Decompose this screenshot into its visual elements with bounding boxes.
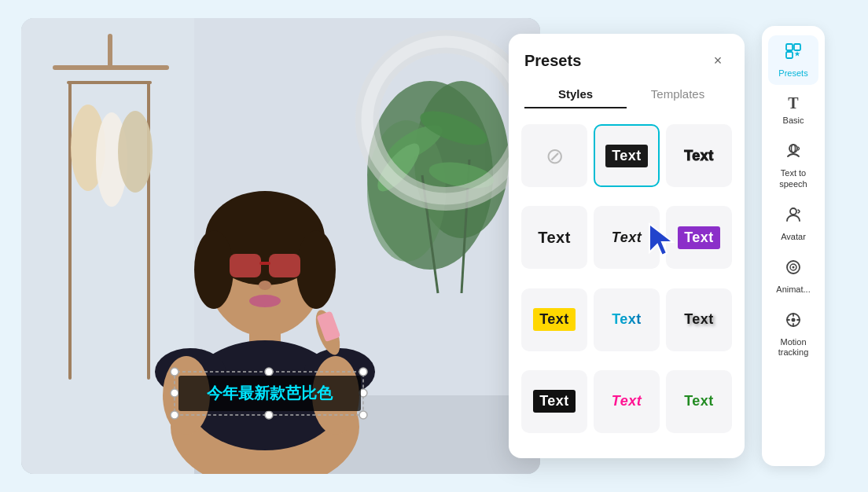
svg-point-46: [265, 411, 273, 419]
svg-rect-7: [108, 34, 112, 69]
tts-icon: [784, 141, 803, 165]
preset-item-black-bg[interactable]: Text: [594, 124, 660, 187]
preset-text-shadow: Text: [684, 311, 714, 328]
preset-text-bold: Text: [538, 229, 571, 247]
svg-rect-53: [794, 44, 800, 50]
svg-point-43: [171, 411, 178, 419]
right-sidebar: Presets T Basic Text to speech: [762, 26, 825, 466]
presets-icon: [784, 42, 803, 65]
preset-item-none[interactable]: ⊘: [521, 124, 587, 187]
svg-point-57: [790, 208, 796, 215]
close-button[interactable]: ×: [707, 50, 729, 72]
svg-point-55: [789, 145, 797, 152]
sidebar-item-motion[interactable]: Motion tracking: [768, 304, 818, 364]
sidebar-item-presets[interactable]: Presets: [768, 35, 818, 85]
preset-text-black-bg: Text: [605, 145, 648, 167]
preset-item-pink[interactable]: Text: [594, 370, 660, 433]
svg-point-44: [359, 411, 367, 419]
none-icon: ⊘: [546, 143, 564, 169]
svg-text:今年最新款芭比色: 今年最新款芭比色: [207, 384, 333, 402]
sidebar-label-avatar: Avatar: [781, 232, 806, 242]
svg-point-60: [793, 266, 795, 268]
preset-item-italic[interactable]: Text: [594, 206, 660, 269]
svg-rect-3: [68, 81, 72, 380]
preset-item-green[interactable]: Text: [666, 370, 732, 433]
svg-rect-28: [230, 254, 261, 277]
tab-styles[interactable]: Styles: [524, 81, 627, 108]
tabs-row: Styles Templates: [509, 81, 745, 118]
svg-point-10: [118, 111, 153, 193]
svg-point-26: [194, 230, 234, 309]
preset-text-green: Text: [684, 393, 714, 409]
sidebar-label-tts: Text to speech: [771, 168, 815, 189]
preset-item-outline[interactable]: Text: [666, 124, 732, 187]
svg-point-27: [296, 230, 336, 309]
sidebar-item-tts[interactable]: Text to speech: [768, 135, 818, 195]
preset-text-italic: Text: [612, 229, 642, 246]
sidebar-item-avatar[interactable]: Avatar: [768, 199, 818, 248]
svg-point-62: [792, 318, 796, 322]
preset-item-shadow[interactable]: Text: [666, 288, 732, 351]
main-container: 今年最新款芭比色 Presets × Styles Templates ⊘ Te…: [21, 18, 847, 474]
preset-item-purple-bg[interactable]: Text: [666, 206, 732, 269]
preset-text-pink: Text: [612, 393, 642, 409]
svg-rect-52: [786, 44, 793, 50]
animate-icon: [784, 258, 803, 281]
sidebar-label-basic: Basic: [783, 116, 804, 126]
preset-text-outline: Text: [684, 148, 714, 164]
svg-point-38: [249, 295, 281, 307]
tab-templates[interactable]: Templates: [627, 81, 729, 108]
preset-item-bold[interactable]: Text: [521, 206, 587, 269]
preset-grid: ⊘ Text Text Text Text Text: [509, 118, 745, 458]
sidebar-item-animate[interactable]: Animat...: [768, 252, 818, 301]
svg-rect-30: [259, 262, 270, 265]
presets-header: Presets ×: [509, 34, 745, 81]
preset-text-black-bg2: Text: [533, 390, 576, 413]
preset-text-purple-bg: Text: [678, 226, 720, 249]
svg-point-56: [792, 145, 796, 152]
preset-text-yellow-bg: Text: [533, 308, 576, 331]
canvas-area: 今年最新款芭比色: [21, 18, 540, 474]
motion-icon: [784, 310, 803, 334]
avatar-icon: [784, 205, 803, 229]
presets-title: Presets: [524, 52, 581, 70]
svg-rect-29: [269, 254, 300, 277]
preset-text-gradient: Text: [612, 311, 642, 328]
svg-rect-5: [67, 81, 152, 84]
sidebar-label-animate: Animat...: [776, 285, 810, 295]
sidebar-item-basic[interactable]: T Basic: [768, 88, 818, 132]
svg-point-41: [171, 368, 178, 376]
presets-panel: Presets × Styles Templates ⊘ Text Text: [509, 34, 745, 458]
svg-point-39: [259, 281, 271, 290]
preset-item-black-bg2[interactable]: Text: [521, 370, 587, 433]
svg-rect-54: [786, 52, 793, 58]
svg-point-42: [359, 368, 367, 376]
sidebar-label-presets: Presets: [778, 68, 807, 79]
basic-icon: T: [788, 94, 798, 112]
preset-item-gradient[interactable]: Text: [594, 288, 660, 351]
canvas-photo: 今年最新款芭比色: [21, 18, 540, 474]
svg-point-47: [171, 389, 178, 397]
svg-point-45: [265, 368, 273, 376]
preset-item-yellow-bg[interactable]: Text: [521, 288, 587, 351]
sidebar-label-motion: Motion tracking: [771, 337, 815, 358]
